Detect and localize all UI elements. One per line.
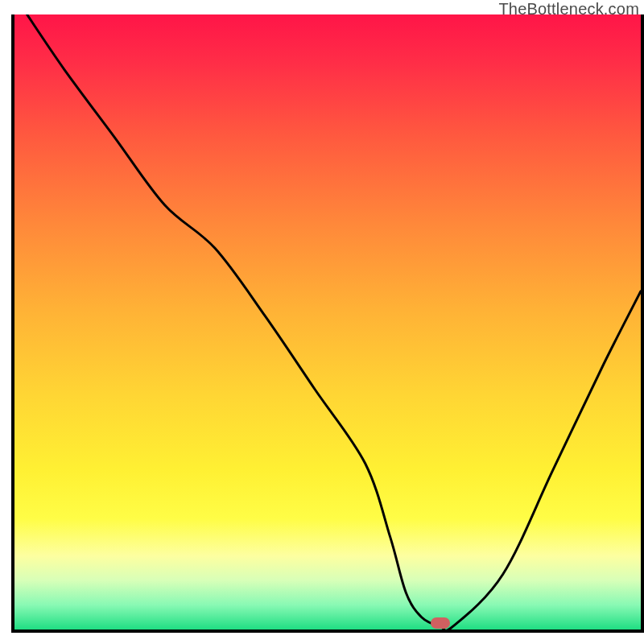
plot-area [14, 14, 641, 630]
bottleneck-curve-path [27, 14, 641, 630]
bottleneck-curve [14, 14, 641, 630]
axis-right [641, 14, 644, 633]
axis-left [11, 14, 14, 633]
axis-bottom [11, 630, 644, 633]
chart-frame: TheBottleneck.com [0, 0, 644, 644]
current-point-marker [431, 617, 450, 629]
